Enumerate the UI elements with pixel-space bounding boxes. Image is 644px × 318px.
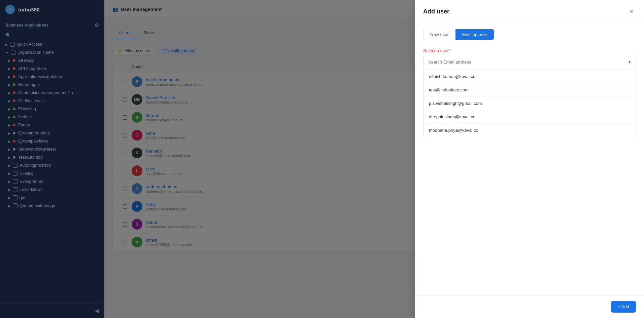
dropdown-item-1[interactable]: nithish.kumar@kovai.co bbox=[423, 70, 636, 83]
add-button[interactable]: + Add bbox=[611, 301, 636, 313]
modal-overlay: Add user × New user Existing user Select… bbox=[0, 0, 644, 318]
user-search-select[interactable]: ▾ bbox=[423, 56, 636, 68]
add-user-modal: Add user × New user Existing user Select… bbox=[415, 0, 644, 318]
dropdown-item-3[interactable]: p.s.vishalsingh@gmail.com bbox=[423, 97, 636, 110]
tab-new-user[interactable]: New user bbox=[423, 29, 455, 40]
user-dropdown-list: nithish.kumar@kovai.co test@indusface.co… bbox=[423, 70, 636, 137]
field-label-text: Select a user bbox=[423, 48, 449, 53]
dropdown-item-4[interactable]: deepak.singh@kovai.co bbox=[423, 110, 636, 124]
dropdown-item-2[interactable]: test@indusface.com bbox=[423, 83, 636, 97]
modal-header: Add user × bbox=[415, 0, 644, 22]
dropdown-item-5[interactable]: modhana.priya@kovai.co bbox=[423, 124, 636, 137]
modal-close-button[interactable]: × bbox=[627, 7, 636, 16]
modal-footer: + Add bbox=[415, 295, 644, 318]
required-asterisk: * bbox=[449, 48, 450, 53]
field-label: Select a user* bbox=[423, 48, 636, 53]
search-email-input[interactable] bbox=[428, 59, 629, 65]
chevron-down-icon: ▾ bbox=[629, 59, 631, 65]
tab-existing-user[interactable]: Existing user bbox=[455, 29, 494, 40]
modal-tab-group: New user Existing user bbox=[423, 29, 494, 40]
modal-title: Add user bbox=[423, 8, 449, 15]
modal-body: New user Existing user Select a user* ▾ … bbox=[415, 22, 644, 295]
